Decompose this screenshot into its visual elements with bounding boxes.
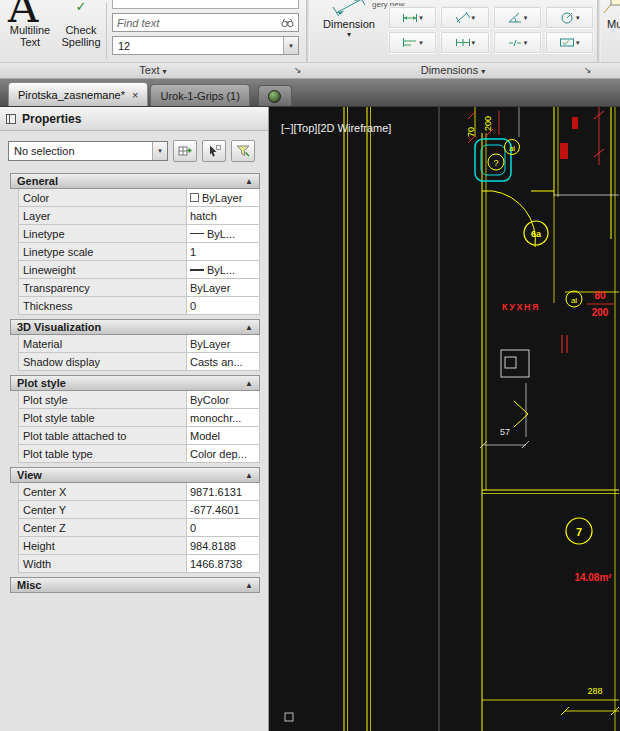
text-panel-title[interactable]: Text ▾ [0, 64, 306, 76]
dimensions-dialog-launcher-icon[interactable]: ↘ [584, 65, 592, 75]
prop-value-cell[interactable]: 9871.6131 [187, 483, 259, 500]
prop-value-cell[interactable]: ByLayer [187, 279, 259, 296]
area-label[interactable]: 14.08m² [574, 572, 612, 583]
text-height-dropdown-arrow[interactable]: ▾ [283, 37, 298, 54]
dim-continue-tool[interactable]: ▾ [440, 31, 489, 54]
dim-break-arrow[interactable]: ▾ [524, 39, 528, 47]
dim-break-tool[interactable]: ▾ [493, 31, 542, 54]
dim-200-top-label[interactable]: 200 [483, 116, 493, 131]
dim-200-mid-label[interactable]: 200 [592, 307, 609, 318]
dim-aligned-tool[interactable]: ▾ [440, 6, 489, 29]
selection-dropdown-arrow[interactable]: ▾ [152, 142, 167, 160]
check-spelling-icon[interactable]: ABC ✓ [66, 0, 96, 14]
dimension-dropdown-arrow[interactable]: ▾ [318, 30, 380, 39]
find-text-input[interactable]: Find text [112, 13, 299, 32]
section-header-plot-style[interactable]: Plot style ▲ [10, 375, 260, 391]
quick-select-funnel-icon [236, 145, 250, 157]
selection-row: No selection ▾ [0, 131, 268, 171]
tab-bar-extra-button[interactable] [258, 85, 292, 106]
properties-title-bar[interactable]: Properties [0, 107, 268, 131]
selection-combo[interactable]: No selection ▾ [8, 141, 168, 161]
prop-value-cell[interactable]: 1466.8738 [187, 555, 259, 572]
prop-value-cell[interactable]: ByLayer [187, 335, 259, 352]
prop-value-cell[interactable]: ByLayer [187, 189, 259, 206]
prop-value-text: Model [190, 430, 220, 442]
quick-select-button[interactable] [231, 140, 255, 162]
al-bubble-top[interactable]: al [505, 140, 520, 155]
prop-value-text: ByL... [207, 264, 235, 276]
properties-palette: Properties No selection ▾ [0, 107, 269, 731]
section-header-general[interactable]: General ▲ [10, 173, 260, 189]
dim-baseline-arrow[interactable]: ▾ [419, 39, 423, 47]
collapse-arrow-icon[interactable]: ▲ [245, 177, 253, 186]
drawing-area[interactable]: ? al 70 200 [269, 107, 620, 731]
prop-value-cell[interactable]: Casts an... [187, 353, 259, 370]
prop-value-cell[interactable]: monochr... [187, 409, 259, 426]
section-header-misc[interactable]: Misc ▲ [10, 577, 260, 593]
dim-aligned-arrow[interactable]: ▾ [472, 14, 476, 22]
dim-linear-tool[interactable]: ▾ [388, 6, 437, 29]
room-bubble-6a[interactable]: 6а [524, 221, 548, 245]
prop-row-thickness: Thickness 0 [18, 297, 260, 315]
prop-value-cell[interactable]: -677.4601 [187, 501, 259, 518]
prop-value-text: Color dep... [190, 448, 247, 460]
viewport-controls-label[interactable]: [−][Top][2D Wireframe] [281, 122, 391, 134]
section-header-3d[interactable]: 3D Visualization ▲ [10, 319, 260, 335]
dim-radius-arrow[interactable]: ▾ [576, 14, 580, 22]
prop-value-cell[interactable]: Model [187, 427, 259, 444]
room-bubble-7[interactable]: 7 [566, 518, 592, 544]
sink-fixture[interactable]: ? [475, 139, 511, 181]
dim-80-label[interactable]: 80 [594, 290, 606, 301]
dim-288-label[interactable]: 288 [587, 686, 602, 696]
prop-value-cell[interactable]: 984.8188 [187, 537, 259, 554]
dim-radius-tool[interactable]: ▾ [545, 6, 594, 29]
collapse-arrow-icon[interactable]: ▲ [245, 471, 253, 480]
check-spelling-button[interactable]: Check Spelling [56, 24, 106, 48]
text-dialog-launcher-icon[interactable]: ↘ [294, 65, 302, 75]
dim-angular-tool[interactable]: ▾ [493, 6, 542, 29]
select-objects-button[interactable] [202, 140, 226, 162]
section-rows: Center X 9871.6131 Center Y -677.4601 Ce… [18, 483, 260, 573]
dim-57-label[interactable]: 57 [500, 427, 510, 437]
prop-value-cell[interactable]: 1 [187, 243, 259, 260]
prop-row-material: Material ByLayer [18, 335, 260, 353]
text-height-combo[interactable]: 12 ▾ [112, 36, 299, 55]
prop-row-layer: Layer hatch [18, 207, 260, 225]
tab-pirotska-zasnemane[interactable]: Pirotska_zasnemane* × [8, 82, 148, 106]
prop-value-cell[interactable]: ByColor [187, 391, 259, 408]
find-binoculars-icon[interactable] [281, 18, 294, 28]
dim-inspect-tool[interactable]: ▾ [545, 31, 594, 54]
pickadd-toggle-button[interactable] [173, 140, 197, 162]
collapse-arrow-icon[interactable]: ▲ [245, 379, 253, 388]
prop-value-cell[interactable]: ByL... [187, 225, 259, 242]
dimension-button[interactable]: Dimension ▾ [318, 0, 380, 60]
dim-inspect-arrow[interactable]: ▾ [576, 39, 580, 47]
collapse-arrow-icon[interactable]: ▲ [245, 323, 253, 332]
dim-70-label[interactable]: 70 [466, 127, 476, 137]
prop-value-cell[interactable]: 0 [187, 297, 259, 314]
dim-continue-arrow[interactable]: ▾ [472, 39, 476, 47]
prop-value-cell[interactable]: hatch [187, 207, 259, 224]
dim-baseline-tool[interactable]: ▾ [388, 31, 437, 54]
prop-row-plot-table-attached: Plot table attached to Model [18, 427, 260, 445]
prop-value-cell[interactable]: ByL... [187, 261, 259, 278]
section-title: Misc [17, 579, 41, 591]
section-header-view[interactable]: View ▲ [10, 467, 260, 483]
dim-linear-arrow[interactable]: ▾ [419, 14, 423, 22]
prop-value-cell[interactable]: 0 [187, 519, 259, 536]
multiline-text-button[interactable]: Multiline Text [2, 24, 58, 48]
dimensions-panel-title[interactable]: Dimensions ▾ [310, 64, 596, 76]
prop-row-width: Width 1466.8738 [18, 555, 260, 573]
tab-close-icon[interactable]: × [132, 89, 138, 101]
al-bubble-mid[interactable]: al [566, 291, 582, 307]
kitchen-label[interactable]: КУХНЯ [502, 302, 540, 312]
drawing-canvas[interactable]: ? al 70 200 [269, 107, 619, 731]
multileader-panel-stub[interactable]: Mult... [602, 0, 620, 30]
dim-angular-arrow[interactable]: ▾ [524, 14, 528, 22]
tab-urok-1-grips[interactable]: Urok-1-Grips (1) [150, 84, 249, 106]
text-style-combo-partial[interactable] [112, 0, 299, 9]
dimensions-panel-label: Dimensions [421, 64, 478, 76]
record-orb-icon [268, 90, 281, 103]
prop-value-cell[interactable]: Color dep... [187, 445, 259, 462]
collapse-arrow-icon[interactable]: ▲ [245, 581, 253, 590]
